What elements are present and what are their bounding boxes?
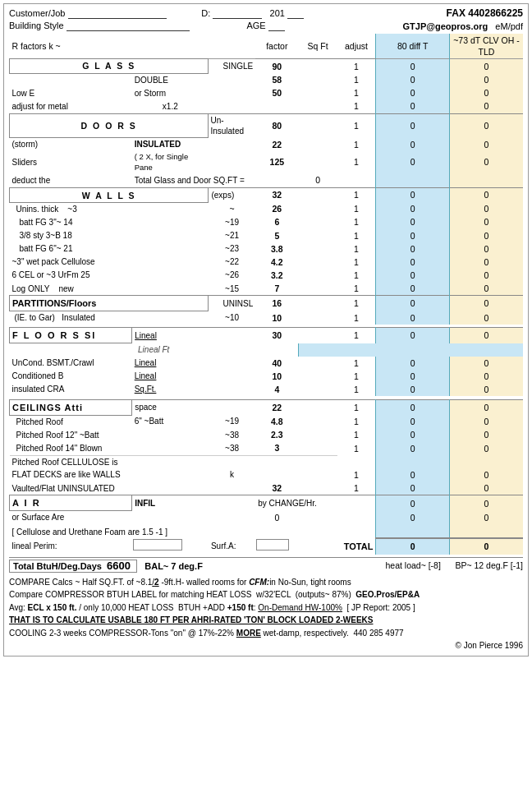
walls-cellulose-k: ~22 (209, 256, 255, 269)
cellulose-note: [ Cellulose and Urethane Foam are 1.5 -1… (10, 524, 376, 539)
year-label: 201 (270, 8, 285, 18)
glass-double-80: 0 (376, 73, 450, 86)
total-btuh: Total BtuH/Deg.Days 6600 BAL~ 7 deg.F (9, 560, 203, 572)
floors-lineal-label-row: Lineal Ft (10, 343, 524, 357)
ceilings-pitched3-k: ~38 (209, 441, 255, 455)
walls-cel-label: 6 CEL or ~3 UrFm 25 (10, 269, 132, 282)
glass-single-80: 0 (376, 59, 450, 73)
walls-log-label: Log ONLY new (10, 282, 132, 296)
ceilings-atti-sub: space (132, 399, 209, 415)
ceilings-pitched1-adjust: 1 (337, 415, 376, 428)
partitions-insulated-row: (IE. to Gar) Insulated ~10 10 1 0 0 (10, 311, 524, 325)
glass-section-label: G L A S S (10, 59, 209, 73)
ceilings-pitched2-80: 0 (376, 428, 450, 441)
ceilings-atti-73: 0 (449, 399, 523, 415)
air-surface-73: 0 (449, 511, 523, 524)
walls-batt2-80: 0 (376, 242, 450, 256)
col-80diff-hdr: 80 diff T (376, 34, 450, 59)
col-73diff-hdr: ~73 dT CLV OH -TLD (449, 34, 523, 59)
ceilings-pitched1-sub: 6" ~Batt (132, 415, 209, 428)
air-or-label: or Surface Are (10, 511, 132, 524)
walls-sty-adjust: 1 (337, 229, 376, 242)
surf-a-input[interactable] (255, 538, 298, 554)
doors-insulated-factor: 22 (255, 138, 298, 151)
floors-insulated-factor: 4 (255, 383, 298, 396)
email-line: GTJP@geopros.org eM/pdf (403, 21, 523, 31)
doors-sliders-adjust: 1 (337, 151, 376, 174)
lineal-perim-input[interactable] (132, 538, 209, 554)
partitions-uninsl-adjust: 1 (337, 296, 376, 311)
note-3: Avg: ECL x 150 ft. / only 10,000 HEAT LO… (9, 601, 523, 615)
doors-deduct-73 (449, 173, 523, 187)
air-surface-row: or Surface Are 0 0 0 (10, 511, 524, 524)
building-style-label: Building Style (9, 21, 64, 30)
col-r-factors: R factors k ~ (10, 34, 132, 59)
col-empty (132, 34, 209, 59)
floors-conditioned-73: 0 (449, 370, 523, 383)
air-header-row: A I R INFIL by CHANGE/Hr. 0 0 (10, 495, 524, 511)
ceilings-atti-adjust: 1 (337, 399, 376, 415)
walls-batt1-k: ~19 (209, 215, 255, 228)
note-2: Compare COMPRESSOR BTUH LABEL for matchi… (9, 588, 523, 601)
glass-single-sqft (298, 59, 337, 73)
walls-sty-row: 3/8 sty 3~B 18 ~21 5 1 0 0 (10, 229, 524, 242)
walls-batt1-row: batt FG 3"~ 14 ~19 6 1 0 0 (10, 215, 524, 228)
ceilings-pitched2-label: Pitched Roof 12" ~Batt (10, 428, 132, 441)
ceilings-cellulose-row: Pitched Roof CELLULOSE is (10, 455, 524, 468)
walls-batt2-factor: 3.8 (255, 242, 298, 256)
glass-lowe-row: Low E or Storm 50 1 0 0 (10, 86, 524, 99)
ceilings-vaulted-row: Vaulted/Flat UNINSULATED 32 1 0 0 (10, 481, 524, 495)
doors-unins-73: 0 (449, 113, 523, 138)
doors-sliders-73: 0 (449, 151, 523, 174)
partitions-ins-73: 0 (449, 311, 523, 325)
walls-cel-adjust: 1 (337, 269, 376, 282)
walls-sty-80: 0 (376, 229, 450, 242)
walls-unins-factor: ~ (209, 202, 255, 215)
doors-deduct-sub: Total Glass and Door SQ.FT = (132, 173, 299, 187)
glass-lowe-73: 0 (449, 86, 523, 99)
col-empty2 (209, 34, 255, 59)
walls-cellulose-80: 0 (376, 256, 450, 269)
air-infil-73: 0 (449, 495, 523, 511)
floors-conditioned-sub: Lineal (132, 370, 209, 383)
walls-log-factor: 7 (255, 282, 298, 296)
walls-cel-factor: 3.2 (255, 269, 298, 282)
glass-lowe-label: Low E (10, 86, 132, 99)
walls-unins-row: Unins. thick ~3 ~ 26 1 0 0 (10, 202, 524, 215)
bal-label: BAL~ 7 deg.F (144, 561, 203, 571)
lineal-perim-label: lineal Perim: (10, 538, 132, 554)
col-factor-hdr: factor (255, 34, 298, 59)
age-label: AGE (246, 21, 265, 30)
header-section: Customer/Job D: 201 FAX 4402866225 Build… (9, 7, 523, 31)
heat-bp: heat load~ [-8] BP~ 12 deg.F [-1] (385, 560, 523, 570)
floors-uncond-73: 0 (449, 357, 523, 370)
ceilings-vaulted-factor: 32 (255, 481, 298, 495)
glass-double-73: 0 (449, 73, 523, 86)
glass-storm-label: or Storm (132, 86, 209, 99)
floors-conditioned-adjust: 1 (337, 370, 376, 383)
glass-metal-adjust: 1 (337, 99, 376, 113)
walls-log-80: 0 (376, 282, 450, 296)
ceilings-pitched2-k: ~38 (209, 428, 255, 441)
note-5: COOLING 2-3 weeks COMPRESSOR-Tons "on" @… (9, 627, 523, 640)
doors-sliders-80: 0 (376, 151, 450, 174)
walls-batt2-row: batt FG 6"~ 21 ~23 3.8 1 0 0 (10, 242, 524, 256)
glass-metal-73: 0 (449, 99, 523, 113)
ceilings-pitched3-73: 0 (449, 441, 523, 455)
doors-storm-label: (storm) (10, 138, 132, 151)
partitions-ie-label: (IE. to Gar) Insulated (10, 311, 132, 325)
doors-sliders-sub: ( 2 X, for Single Pane (132, 151, 209, 174)
glass-metal-multiplier: x1.2 (132, 99, 209, 113)
partitions-uninsl-label: UNINSL (209, 296, 255, 311)
walls-batt2-73: 0 (449, 242, 523, 256)
floors-uncond-label: UnCond. BSMT./Crawl (10, 357, 132, 370)
walls-unins-adjust: 1 (337, 202, 376, 215)
floors-insulated-73: 0 (449, 383, 523, 396)
walls-batt1-label: batt FG 3"~ 14 (10, 215, 132, 228)
glass-double-factor: 58 (255, 73, 298, 86)
ceilings-pitched1-73: 0 (449, 415, 523, 428)
customer-label: Customer/Job (9, 8, 65, 18)
walls-sty-factor: 5 (255, 229, 298, 242)
walls-cel-k: ~26 (209, 269, 255, 282)
walls-sty-73: 0 (449, 229, 523, 242)
